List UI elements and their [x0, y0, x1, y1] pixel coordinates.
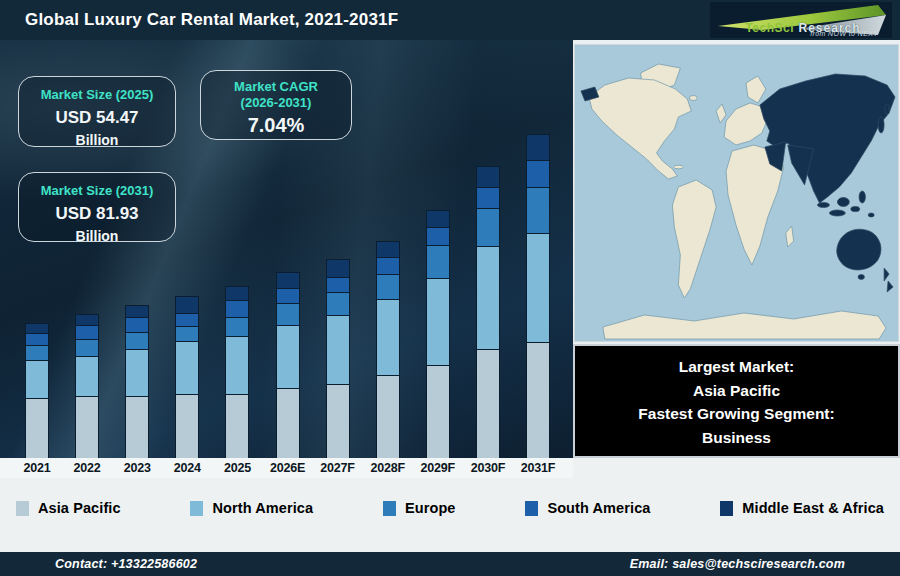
largest-market-label: Largest Market: — [575, 355, 898, 379]
bar-segment-north-america — [376, 299, 400, 375]
fastest-segment-label: Fastest Growing Segment: — [575, 402, 898, 426]
bar-segment-north-america — [526, 233, 550, 342]
bar-segment-europe — [476, 208, 500, 246]
market-cagr-label-line2: (2026-2031) — [201, 95, 351, 111]
bar-segment-europe — [426, 245, 450, 278]
legend-swatch-asia-pacific — [16, 501, 29, 516]
bar-segment-middle-east-africa — [225, 286, 249, 300]
axis-label-2028F: 2028F — [363, 461, 413, 475]
bar-2025 — [225, 286, 249, 458]
fastest-segment-value: Business — [575, 426, 898, 450]
bar-segment-europe — [225, 317, 249, 336]
bar-segment-south-america — [526, 160, 550, 187]
largest-market-value: Asia Pacific — [575, 379, 898, 403]
bar-segment-europe — [125, 332, 149, 349]
market-size-2025-box: Market Size (2025) USD 54.47 Billion — [18, 76, 176, 147]
bar-segment-south-america — [225, 300, 249, 317]
bar-2026E — [276, 272, 300, 458]
logo-tagline: from NOW to NEXT — [810, 30, 878, 37]
market-cagr-label-line1: Market CAGR — [201, 79, 351, 95]
bar-segment-south-america — [276, 288, 300, 303]
bar-segment-europe — [326, 292, 350, 315]
bar-segment-middle-east-africa — [125, 305, 149, 317]
bar-segment-middle-east-africa — [276, 272, 300, 288]
axis-label-2023: 2023 — [112, 461, 162, 475]
market-size-2031-box: Market Size (2031) USD 81.93 Billion — [18, 172, 176, 242]
bar-segment-south-america — [376, 257, 400, 274]
bar-segment-europe — [25, 345, 49, 360]
bar-segment-north-america — [225, 336, 249, 394]
bar-segment-middle-east-africa — [175, 296, 199, 313]
axis-label-2031F: 2031F — [513, 461, 563, 475]
chart-area: Market Size (2025) USD 54.47 Billion Mar… — [0, 40, 573, 458]
chart-legend: Asia PacificNorth AmericaEuropeSouth Ame… — [0, 500, 900, 516]
bar-2022 — [75, 314, 99, 458]
bar-segment-south-america — [25, 333, 49, 345]
bar-segment-asia-pacific — [125, 396, 149, 458]
legend-swatch-middle-east-africa — [720, 501, 733, 516]
bar-segment-middle-east-africa — [326, 259, 350, 277]
bar-segment-middle-east-africa — [75, 314, 99, 325]
bar-2031F — [526, 134, 550, 458]
bar-segment-middle-east-africa — [426, 210, 450, 227]
legend-item-middle-east-africa: Middle East & Africa — [720, 500, 884, 516]
bar-2028F — [376, 241, 400, 458]
footer-contact: Contact: +13322586602 — [55, 557, 197, 571]
bar-2021 — [25, 323, 49, 458]
legend-swatch-europe — [383, 501, 396, 516]
legend-item-asia-pacific: Asia Pacific — [16, 500, 121, 516]
bar-segment-south-america — [75, 325, 99, 339]
bar-segment-north-america — [326, 315, 350, 384]
bar-segment-north-america — [125, 349, 149, 396]
legend-item-south-america: South America — [525, 500, 650, 516]
market-size-2031-label: Market Size (2031) — [19, 183, 175, 199]
bar-segment-south-america — [125, 317, 149, 332]
legend-label-asia-pacific: Asia Pacific — [38, 500, 121, 516]
bar-segment-middle-east-africa — [476, 166, 500, 187]
bar-segment-north-america — [476, 246, 500, 349]
bar-2030F — [476, 166, 500, 458]
bar-segment-asia-pacific — [225, 394, 249, 458]
axis-label-2029F: 2029F — [413, 461, 463, 475]
footer-email: Email: sales@techsciresearch.com — [630, 557, 845, 571]
legend-label-middle-east-africa: Middle East & Africa — [742, 500, 884, 516]
bar-segment-north-america — [175, 341, 199, 394]
market-size-2025-value: USD 54.47 — [19, 108, 175, 128]
world-map — [574, 44, 899, 342]
legend-label-europe: Europe — [405, 500, 456, 516]
axis-label-2022: 2022 — [62, 461, 112, 475]
bar-segment-asia-pacific — [75, 396, 99, 458]
bar-segment-south-america — [476, 187, 500, 208]
bar-segment-europe — [276, 303, 300, 325]
bar-2027F — [326, 259, 350, 458]
bar-segment-asia-pacific — [276, 388, 300, 458]
axis-label-2026E: 2026E — [263, 461, 313, 475]
footer-bar: Contact: +13322586602 Email: sales@techs… — [0, 552, 900, 576]
bar-segment-north-america — [25, 360, 49, 398]
bar-segment-asia-pacific — [476, 349, 500, 458]
x-axis: 202120222023202420252026E2027F2028F2029F… — [0, 458, 573, 478]
bar-segment-middle-east-africa — [376, 241, 400, 257]
largest-market-box: Largest Market: Asia Pacific Fastest Gro… — [573, 344, 900, 458]
bar-segment-south-america — [426, 227, 450, 245]
bar-segment-asia-pacific — [426, 365, 450, 458]
bar-segment-asia-pacific — [376, 375, 400, 458]
bar-segment-asia-pacific — [25, 398, 49, 458]
infographic: Global Luxury Car Rental Market, 2021-20… — [0, 0, 900, 576]
axis-label-2024: 2024 — [162, 461, 212, 475]
techsci-logo: TechSci Research from NOW to NEXT — [710, 2, 892, 38]
legend-swatch-south-america — [525, 501, 538, 516]
market-size-2031-value: USD 81.93 — [19, 204, 175, 224]
axis-label-2021: 2021 — [12, 461, 62, 475]
market-size-2025-label: Market Size (2025) — [19, 87, 175, 103]
bar-segment-europe — [75, 339, 99, 356]
market-size-2031-unit: Billion — [19, 228, 175, 244]
legend-item-europe: Europe — [383, 500, 456, 516]
bar-segment-middle-east-africa — [25, 323, 49, 333]
bar-segment-south-america — [175, 313, 199, 326]
bar-segment-europe — [526, 187, 550, 233]
axis-label-2030F: 2030F — [463, 461, 513, 475]
bar-segment-north-america — [75, 356, 99, 396]
bar-segment-europe — [376, 274, 400, 299]
legend-swatch-north-america — [190, 501, 203, 516]
